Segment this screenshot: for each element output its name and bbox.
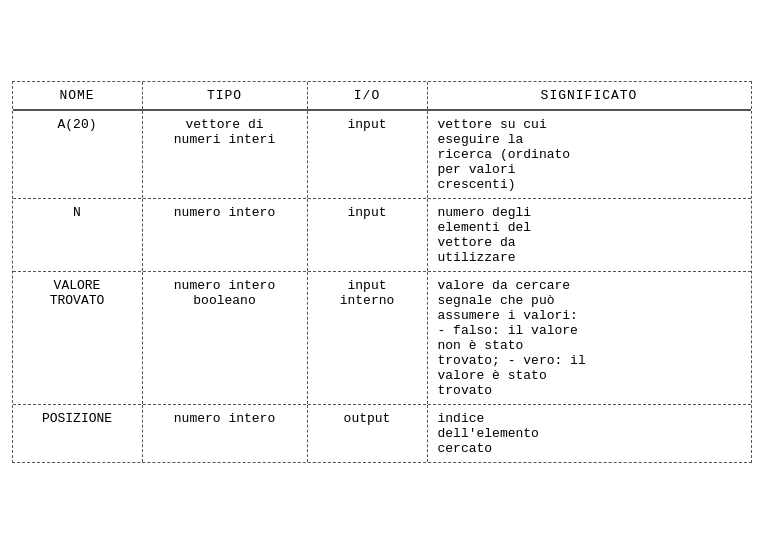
tipo-value: numero intero [153, 205, 297, 220]
table-row: VALORE TROVATOnumero intero booleanoinpu… [13, 272, 751, 405]
table-row: POSIZIONEnumero interooutputindice dell'… [13, 405, 751, 462]
cell-tipo: numero intero booleano [143, 272, 308, 404]
nome-value: N [23, 205, 132, 220]
significato-value: valore da cercare segnale che può assume… [438, 278, 586, 398]
table-header: NOME TIPO I/O SIGNIFICATO [13, 82, 751, 111]
table-row: A(20)vettore di numeri interiinputvettor… [13, 111, 751, 199]
tipo-value: vettore di numeri interi [153, 117, 297, 147]
io-value: output [318, 411, 417, 426]
tipo-value: numero intero [153, 411, 297, 426]
significato-value: indice dell'elemento cercato [438, 411, 539, 456]
cell-tipo: numero intero [143, 405, 308, 462]
significato-value: numero degli elementi del vettore da uti… [438, 205, 532, 265]
cell-significato: valore da cercare segnale che può assume… [428, 272, 751, 404]
io-value: input [318, 205, 417, 220]
cell-significato: vettore su cui eseguire la ricerca (ordi… [428, 111, 751, 198]
table-row: Nnumero interoinputnumero degli elementi… [13, 199, 751, 272]
io-value: input [318, 117, 417, 132]
significato-value: vettore su cui eseguire la ricerca (ordi… [438, 117, 571, 192]
cell-significato: numero degli elementi del vettore da uti… [428, 199, 751, 271]
cell-tipo: numero intero [143, 199, 308, 271]
header-tipo: TIPO [143, 82, 308, 109]
header-significato: SIGNIFICATO [428, 82, 751, 109]
nome-value: POSIZIONE [23, 411, 132, 426]
cell-io: output [308, 405, 428, 462]
cell-tipo: vettore di numeri interi [143, 111, 308, 198]
nome-value: VALORE TROVATO [23, 278, 132, 308]
cell-io: input interno [308, 272, 428, 404]
nome-value: A(20) [23, 117, 132, 132]
cell-nome: A(20) [13, 111, 143, 198]
io-value: input interno [318, 278, 417, 308]
cell-nome: VALORE TROVATO [13, 272, 143, 404]
cell-nome: N [13, 199, 143, 271]
variable-table: NOME TIPO I/O SIGNIFICATO A(20)vettore d… [12, 81, 752, 463]
cell-nome: POSIZIONE [13, 405, 143, 462]
header-nome: NOME [13, 82, 143, 109]
cell-significato: indice dell'elemento cercato [428, 405, 751, 462]
header-io: I/O [308, 82, 428, 109]
cell-io: input [308, 199, 428, 271]
tipo-value: numero intero booleano [153, 278, 297, 308]
cell-io: input [308, 111, 428, 198]
